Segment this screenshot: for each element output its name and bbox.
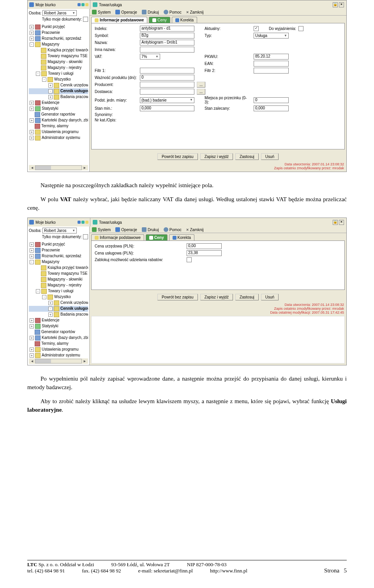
tree-item[interactable]: Towary magazynu TSE (mK	[29, 271, 88, 277]
tree-item[interactable]: -Wszystko	[29, 77, 88, 82]
osoba-select[interactable]: Robert Jaros▼	[42, 10, 77, 16]
tree-item[interactable]: +Cennik urzędowy	[29, 82, 88, 88]
menu-system[interactable]: System	[92, 227, 111, 232]
tree-item[interactable]: +Statystyki	[29, 106, 88, 112]
zastosuj-button[interactable]: Zastosuj	[235, 294, 259, 300]
tree-item[interactable]: +Ewidencje	[29, 318, 88, 323]
tree-item[interactable]: -Magazyny	[29, 42, 88, 47]
tree-item[interactable]: +Cennik urzędowy	[29, 300, 88, 306]
tree-item[interactable]: Książka przyjęć towarów 20	[29, 265, 88, 271]
menu-zamknij[interactable]: ×Zamknij	[186, 228, 203, 232]
tab-info[interactable]: Informacje podstawowe	[91, 234, 144, 240]
tree-item[interactable]: +Badania pracow	[29, 312, 88, 318]
tree-item[interactable]: +Punkt przyjęć	[29, 242, 88, 247]
scroll-left-icon[interactable]: ◄	[30, 166, 34, 170]
nav-tree[interactable]: +Punkt przyjęć+Pracownie+Rozrachunki, sp…	[29, 242, 88, 358]
tree-item[interactable]: +Kartoteki (bazy danych, zbiory w	[29, 118, 88, 123]
tree-item[interactable]: +Statystyki	[29, 323, 88, 329]
close-icon[interactable]: ×	[339, 220, 344, 225]
scrollbar[interactable]	[35, 359, 82, 363]
tree-item[interactable]: Generator raportów	[29, 112, 88, 118]
dowyjasnienia-checkbox[interactable]	[298, 26, 303, 31]
scroll-right-icon[interactable]: ►	[83, 360, 86, 363]
tree-item[interactable]: +Administrator systemu	[29, 135, 88, 141]
ean-input[interactable]	[254, 61, 289, 67]
filtr1-input[interactable]	[140, 68, 194, 74]
producent-lookup-button[interactable]: ...	[197, 82, 205, 88]
tree-item[interactable]: Magazyny - słowniki	[29, 277, 88, 283]
osoba-select[interactable]: Robert Jaros▼	[42, 228, 77, 233]
menu-system[interactable]: System	[92, 10, 111, 14]
scrollbar[interactable]	[35, 165, 82, 170]
tool-icon[interactable]	[85, 3, 88, 6]
waznosc-input[interactable]: 0	[140, 75, 194, 81]
tool-icon[interactable]	[81, 3, 85, 6]
tree-item[interactable]: +Pracownie	[29, 247, 88, 253]
zastosuj-button[interactable]: Zastosuj	[235, 153, 259, 160]
tab-ceny[interactable]: Ceny	[146, 234, 167, 240]
tree-item[interactable]: +Ewidencje	[29, 100, 88, 106]
dostawca-input[interactable]	[140, 89, 194, 95]
stanzal-input[interactable]: 0,000	[254, 105, 289, 111]
scroll-left-icon[interactable]: ◄	[30, 360, 34, 363]
indeks-input[interactable]: antybiogram - d1	[140, 26, 194, 32]
cena-uslugowa-input[interactable]: 23,38	[187, 250, 222, 256]
tree-item[interactable]: -Magazyny	[29, 259, 88, 265]
lock-icon[interactable]: 🔒	[333, 2, 338, 7]
lock-icon[interactable]: 🔒	[333, 220, 338, 225]
usun-button[interactable]: Usuń	[261, 153, 279, 160]
pkwiu-input[interactable]: 85.20.12	[254, 54, 289, 60]
stanmin-input[interactable]: 0,000	[140, 105, 194, 111]
mpp-input[interactable]: 0	[254, 97, 289, 103]
tree-item[interactable]: +Administrator systemu	[29, 353, 88, 358]
inna-nazwa-input[interactable]	[140, 47, 194, 53]
scroll-right-icon[interactable]: ►	[83, 166, 86, 170]
tree-item[interactable]: +Ustawienia programu	[29, 347, 88, 353]
menu-operacje[interactable]: Operacje	[115, 227, 137, 232]
only-mine-checkbox[interactable]	[83, 234, 88, 239]
cena-urzedowa-input[interactable]: 0,00	[187, 243, 222, 249]
tree-item[interactable]: +Punkt przyjęć	[29, 24, 88, 30]
tree-item[interactable]: +Pracownie	[29, 30, 88, 36]
tree-item[interactable]: Magazyny - rejestry	[29, 65, 88, 71]
nazwa-input[interactable]: Antybiogram - Drób1	[140, 40, 194, 46]
tree-item[interactable]: +Ustawienia programu	[29, 129, 88, 135]
zapisz-button[interactable]: Zapisz i wyjdź	[200, 153, 233, 160]
aktualny-checkbox[interactable]: ✓	[254, 26, 259, 31]
menu-drukuj[interactable]: Drukuj	[142, 227, 159, 232]
tree-item[interactable]: -Cennik usługowy	[29, 88, 88, 94]
close-icon[interactable]: ×	[339, 2, 344, 7]
tool-icon[interactable]	[81, 221, 85, 224]
tab-korekta[interactable]: Korekta	[172, 17, 197, 23]
tool-icon[interactable]	[78, 221, 81, 224]
tree-item[interactable]: -Towary i usługi	[29, 71, 88, 77]
menu-drukuj[interactable]: Drukuj	[142, 10, 159, 14]
zapisz-button[interactable]: Zapisz i wyjdź	[200, 294, 233, 300]
tab-korekta[interactable]: Korekta	[169, 234, 194, 240]
powrot-button[interactable]: Powrót bez zapisu	[157, 294, 198, 300]
tree-item[interactable]: Terminy, alarmy	[29, 123, 88, 129]
tree-item[interactable]: +Badania pracow	[29, 94, 88, 100]
tree-item[interactable]: +Rozrachunki, sprzedaż	[29, 36, 88, 42]
tab-ceny[interactable]: Ceny	[149, 17, 170, 23]
jednostka-select[interactable]: (bad.) badanie▼	[140, 97, 194, 103]
nav-tree[interactable]: +Punkt przyjęć+Pracownie+Rozrachunki, sp…	[29, 24, 88, 165]
only-mine-checkbox[interactable]	[83, 17, 88, 22]
menu-pomoc[interactable]: Pomoc	[164, 10, 182, 14]
tree-item[interactable]: +Rozrachunki, sprzedaż	[29, 253, 88, 259]
menu-zamknij[interactable]: ×Zamknij	[186, 10, 203, 14]
tree-item[interactable]: Generator raportów	[29, 329, 88, 335]
usun-button[interactable]: Usuń	[261, 294, 279, 300]
tree-item[interactable]: Magazyny - słowniki	[29, 59, 88, 65]
rabaty-checkbox[interactable]	[187, 257, 192, 262]
tree-item[interactable]: -Towary i usługi	[29, 288, 88, 294]
vat-select[interactable]: 7%▼	[140, 54, 160, 60]
tree-item[interactable]: Towary magazynu TSE (mK	[29, 53, 88, 59]
filtr2-input[interactable]	[254, 68, 289, 74]
menu-pomoc[interactable]: Pomoc	[164, 227, 182, 232]
tree-item[interactable]: Magazyny - rejestry	[29, 283, 88, 288]
tree-item[interactable]: -Wszystko	[29, 294, 88, 300]
powrot-button[interactable]: Powrót bez zapisu	[157, 153, 198, 160]
menu-operacje[interactable]: Operacje	[115, 10, 137, 14]
typ-select[interactable]: Usługa▼	[254, 33, 289, 39]
